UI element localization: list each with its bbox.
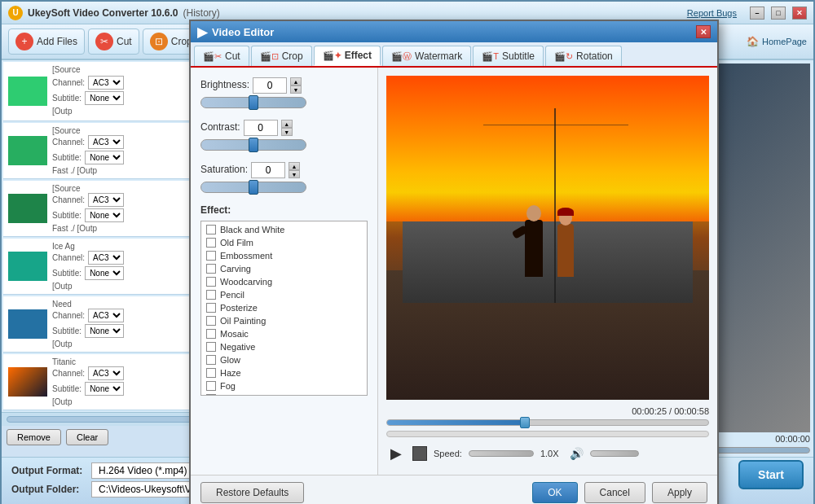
effect-item-negative[interactable]: Negative xyxy=(203,340,365,353)
close-button[interactable]: ✕ xyxy=(792,7,807,20)
effect-item-embossment[interactable]: Embossment xyxy=(203,249,365,262)
channel-select[interactable]: AC3 xyxy=(88,135,124,149)
contrast-down[interactable]: ▼ xyxy=(281,128,293,136)
tab-rotation[interactable]: 🎬↻ Rotation xyxy=(545,46,622,66)
effect-checkbox-black-white[interactable] xyxy=(206,225,216,234)
tab-cut[interactable]: 🎬✂ Cut xyxy=(194,46,249,66)
effect-item-haze[interactable]: Haze xyxy=(203,366,365,379)
contrast-label: Contrast: xyxy=(200,121,240,133)
minimize-button[interactable]: – xyxy=(750,7,764,20)
controls-panel: Brightness: ▲ ▼ Contrast: xyxy=(191,68,378,475)
effect-checkbox-haze[interactable] xyxy=(206,368,216,378)
subtitle-select[interactable]: None xyxy=(85,266,124,280)
maximize-button[interactable]: □ xyxy=(771,7,786,20)
homepage-link[interactable]: HomePage xyxy=(762,37,807,46)
effect-checkbox-embossment[interactable] xyxy=(206,251,216,261)
effect-list[interactable]: Black and White Old Film Embossment xyxy=(200,221,368,396)
contrast-slider-thumb[interactable] xyxy=(249,138,258,152)
effect-tab-icon: 🎬✦ xyxy=(323,50,341,61)
brightness-slider-thumb[interactable] xyxy=(249,95,258,110)
effect-checkbox-motion-blur[interactable] xyxy=(206,394,216,396)
secondary-timeline[interactable] xyxy=(386,431,709,437)
tab-subtitle-label: Subtitle xyxy=(502,50,535,62)
subtitle-select[interactable]: None xyxy=(85,151,124,164)
list-item: [Source Channel: AC3 Subtitle: None Fast… xyxy=(3,123,211,179)
mast xyxy=(554,108,556,303)
effect-item-posterize[interactable]: Posterize xyxy=(203,301,365,314)
effect-item-pencil[interactable]: Pencil xyxy=(203,288,365,301)
effect-checkbox-woodcarving[interactable] xyxy=(206,277,216,287)
effect-item-glow[interactable]: Glow xyxy=(203,353,365,366)
add-files-button[interactable]: + Add Files xyxy=(8,28,85,55)
contrast-slider[interactable] xyxy=(200,139,306,151)
channel-select[interactable]: AC3 xyxy=(88,366,124,380)
ok-button[interactable]: OK xyxy=(532,482,577,503)
saturation-up[interactable]: ▲ xyxy=(289,162,300,170)
subtitle-select[interactable]: None xyxy=(85,382,124,396)
contrast-input[interactable] xyxy=(244,120,278,136)
brightness-down[interactable]: ▼ xyxy=(290,85,302,94)
brightness-slider[interactable] xyxy=(200,97,306,108)
start-button[interactable]: Start xyxy=(738,460,804,489)
clear-button[interactable]: Clear xyxy=(66,429,108,445)
cut-button[interactable]: ✂ Cut xyxy=(88,28,139,55)
play-button[interactable]: ▶ xyxy=(386,444,406,463)
cancel-button[interactable]: Cancel xyxy=(584,482,645,503)
restore-defaults-button[interactable]: Restore Defaults xyxy=(200,482,304,503)
brightness-up[interactable]: ▲ xyxy=(290,77,302,85)
effect-checkbox-old-film[interactable] xyxy=(206,238,216,248)
tab-cut-label: Cut xyxy=(225,50,240,62)
effect-checkbox-carving[interactable] xyxy=(206,264,216,274)
speed-slider[interactable] xyxy=(469,450,534,457)
effect-checkbox-mosaic[interactable] xyxy=(206,329,216,339)
channel-select[interactable]: AC3 xyxy=(88,193,124,207)
tab-crop[interactable]: 🎬⊡ Crop xyxy=(251,46,312,66)
brightness-input[interactable] xyxy=(253,77,287,94)
saturation-input[interactable] xyxy=(251,162,285,178)
horizontal-scrollbar[interactable] xyxy=(2,412,215,426)
progress-thumb[interactable] xyxy=(520,417,530,428)
effect-item-mosaic[interactable]: Mosaic xyxy=(203,327,365,340)
saturation-slider[interactable] xyxy=(200,182,306,193)
effect-checkbox-posterize[interactable] xyxy=(206,303,216,313)
volume-slider[interactable] xyxy=(590,450,639,457)
channel-select[interactable]: AC3 xyxy=(88,309,124,322)
app-window: U UkeySoft Video Converter 10.6.0 (Histo… xyxy=(0,0,815,504)
saturation-slider-thumb[interactable] xyxy=(249,180,258,195)
effect-checkbox-fog[interactable] xyxy=(206,381,216,391)
effect-item-fog[interactable]: Fog xyxy=(203,379,365,392)
report-bugs-link[interactable]: Report Bugs xyxy=(687,8,737,18)
tab-subtitle[interactable]: 🎬T Subtitle xyxy=(473,46,544,66)
remove-button[interactable]: Remove xyxy=(7,429,61,445)
stop-button[interactable] xyxy=(412,446,427,461)
contrast-up[interactable]: ▲ xyxy=(281,120,293,128)
dialog-footer: Restore Defaults OK Cancel Apply xyxy=(191,475,717,504)
file-thumbnail xyxy=(8,252,47,281)
effect-checkbox-negative[interactable] xyxy=(206,342,216,352)
saturation-down[interactable]: ▼ xyxy=(289,170,300,178)
effect-checkbox-glow[interactable] xyxy=(206,355,216,365)
progress-bar[interactable] xyxy=(386,419,709,426)
subtitle-select[interactable]: None xyxy=(85,208,124,222)
subtitle-select[interactable]: None xyxy=(85,91,124,105)
tab-watermark[interactable]: 🎬Ⓦ Watermark xyxy=(382,46,471,66)
tab-watermark-label: Watermark xyxy=(415,50,462,62)
saturation-spinner: ▲ ▼ xyxy=(289,162,300,178)
apply-button[interactable]: Apply xyxy=(652,482,707,503)
rigging xyxy=(483,125,628,125)
tab-effect[interactable]: 🎬✦ Effect xyxy=(314,46,381,66)
effect-item-motion-blur[interactable]: Motion Blur xyxy=(203,392,365,396)
add-icon: + xyxy=(15,33,33,50)
channel-select[interactable]: AC3 xyxy=(88,251,124,265)
effect-checkbox-pencil[interactable] xyxy=(206,290,216,300)
effect-checkbox-oil-painting[interactable] xyxy=(206,316,216,326)
effect-item-woodcarving[interactable]: Woodcarving xyxy=(203,275,365,288)
channel-select[interactable]: AC3 xyxy=(88,76,124,90)
dialog-close-button[interactable]: ✕ xyxy=(696,25,711,38)
effect-item-oil-painting[interactable]: Oil Painting xyxy=(203,314,365,327)
effect-item-old-film[interactable]: Old Film xyxy=(203,236,365,249)
effect-section-label: Effect: xyxy=(200,204,368,216)
subtitle-select[interactable]: None xyxy=(85,324,124,338)
effect-item-carving[interactable]: Carving xyxy=(203,262,365,275)
effect-item-black-white[interactable]: Black and White xyxy=(203,223,365,236)
